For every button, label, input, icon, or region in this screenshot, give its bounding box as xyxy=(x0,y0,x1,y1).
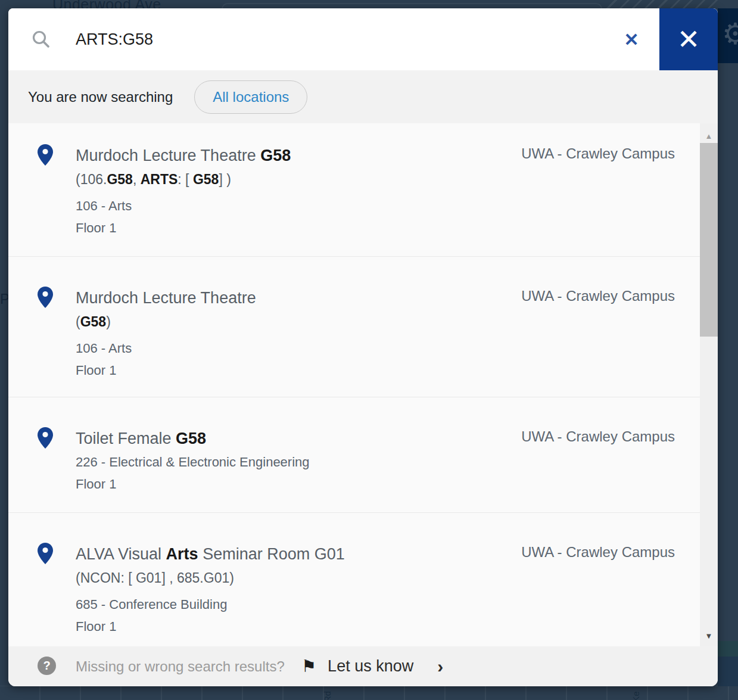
search-result-item[interactable]: ALVA Visual Arts Seminar Room G01 (NCON:… xyxy=(8,512,700,646)
results-scrollbar[interactable]: ▲ ▼ xyxy=(700,123,718,646)
search-scope-row: You are now searching All locations xyxy=(8,70,718,123)
location-pin-icon xyxy=(38,144,53,168)
campus-map-background: Underwood Ave P Rd Ke ⚙ ARTS:G58 ✕ ✕ You… xyxy=(0,0,738,700)
location-pin-icon xyxy=(38,287,53,310)
map-street-label-vertical: Ke xyxy=(631,691,641,700)
result-floor: Floor 1 xyxy=(76,475,587,493)
result-title: ALVA Visual Arts Seminar Room G01 xyxy=(76,544,587,564)
search-results-list: Murdoch Lecture Theatre G58 (106.G58, AR… xyxy=(8,123,700,646)
flag-icon: ⚑ xyxy=(301,657,316,676)
result-title: Murdoch Lecture Theatre G58 xyxy=(76,145,587,166)
search-bar: ARTS:G58 ✕ ✕ xyxy=(8,8,718,70)
search-icon xyxy=(31,29,51,52)
result-building: 106 - Arts xyxy=(76,197,587,215)
result-floor: Floor 1 xyxy=(76,362,587,379)
result-campus: UWA - Crawley Campus xyxy=(521,544,675,561)
feedback-question-label: Missing or wrong search results? xyxy=(76,646,285,686)
result-detail: (106.G58, ARTS: [ G58] ) xyxy=(76,170,587,188)
result-building: 226 - Electrical & Electronic Engineerin… xyxy=(76,453,587,471)
result-floor: Floor 1 xyxy=(76,618,587,636)
result-detail: (NCON: [ G01] , 685.G01) xyxy=(76,569,587,587)
map-feature-band xyxy=(718,657,738,686)
scrollbar-up-arrow-icon[interactable]: ▲ xyxy=(700,132,718,141)
map-street-label-vertical: Rd xyxy=(322,691,332,700)
result-campus: UWA - Crawley Campus xyxy=(521,428,675,445)
result-title: Toilet Female G58 xyxy=(76,428,587,449)
search-result-item[interactable]: Toilet Female G58 226 - Electrical & Ele… xyxy=(8,397,700,512)
help-icon: ? xyxy=(38,657,56,675)
scrollbar-down-arrow-icon[interactable]: ▼ xyxy=(700,631,718,640)
scrollbar-thumb[interactable] xyxy=(700,143,718,337)
search-result-item[interactable]: Murdoch Lecture Theatre G58 (106.G58, AR… xyxy=(8,123,700,256)
searching-label: You are now searching xyxy=(28,89,173,105)
search-panel: ARTS:G58 ✕ ✕ You are now searching All l… xyxy=(8,8,718,686)
map-toolbar-corner: ⚙ xyxy=(718,8,738,63)
search-result-item[interactable]: Murdoch Lecture Theatre (G58) 106 - Arts… xyxy=(8,256,700,397)
result-detail: (G58) xyxy=(76,313,587,331)
search-input[interactable]: ARTS:G58 xyxy=(76,8,153,70)
map-diagonal-roads xyxy=(605,0,718,8)
map-feature-band xyxy=(718,641,738,657)
search-feedback-footer: ? Missing or wrong search results? ⚑ Let… xyxy=(8,646,718,686)
all-locations-button[interactable]: All locations xyxy=(194,80,307,114)
result-building: 106 - Arts xyxy=(76,340,587,357)
search-results: Murdoch Lecture Theatre G58 (106.G58, AR… xyxy=(8,123,718,646)
result-campus: UWA - Crawley Campus xyxy=(521,288,675,304)
chevron-right-icon: › xyxy=(437,657,443,677)
result-floor: Floor 1 xyxy=(76,219,587,237)
clear-search-button[interactable]: ✕ xyxy=(618,8,645,70)
let-us-know-button[interactable]: ⚑ Let us know › xyxy=(301,646,443,686)
settings-gear-icon[interactable]: ⚙ xyxy=(722,19,738,49)
close-search-button[interactable]: ✕ xyxy=(659,8,718,70)
location-pin-icon xyxy=(38,427,53,451)
location-pin-icon xyxy=(38,543,53,567)
let-us-know-label: Let us know xyxy=(328,657,413,676)
result-campus: UWA - Crawley Campus xyxy=(521,145,675,162)
result-building: 685 - Conference Building xyxy=(76,596,587,614)
map-bottom-strip: Rd Ke xyxy=(0,686,738,700)
result-title: Murdoch Lecture Theatre xyxy=(76,288,587,308)
